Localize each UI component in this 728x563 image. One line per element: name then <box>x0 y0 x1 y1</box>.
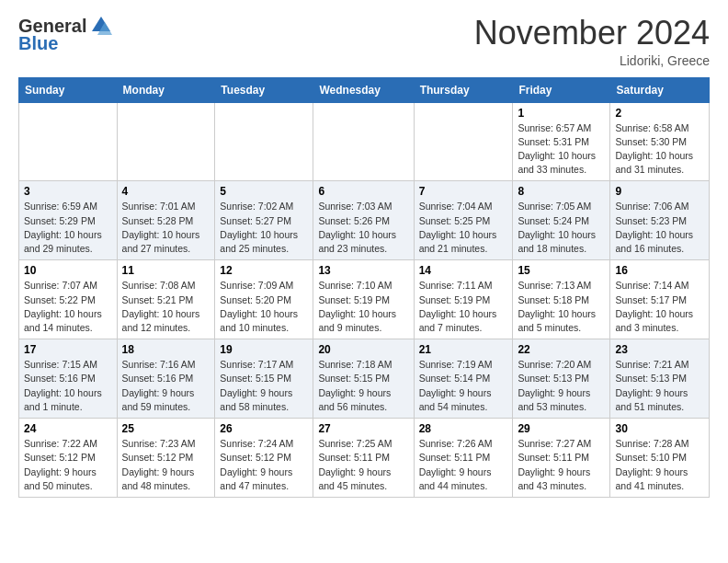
calendar-cell-0-3 <box>313 102 414 181</box>
day-info: Sunrise: 7:23 AMSunset: 5:12 PMDaylight:… <box>122 437 210 493</box>
page: General Blue November 2024 Lidoriki, Gre… <box>0 0 728 512</box>
calendar-cell-3-6: 23Sunrise: 7:21 AMSunset: 5:13 PMDayligh… <box>610 339 710 419</box>
day-number: 7 <box>419 185 508 198</box>
day-info: Sunrise: 7:09 AMSunset: 5:20 PMDaylight:… <box>220 279 308 335</box>
calendar-cell-0-1 <box>117 102 215 181</box>
calendar-cell-1-3: 6Sunrise: 7:03 AMSunset: 5:26 PMDaylight… <box>313 181 414 260</box>
header-thursday: Thursday <box>414 77 513 102</box>
day-info: Sunrise: 7:20 AMSunset: 5:13 PMDaylight:… <box>518 358 605 414</box>
day-number: 6 <box>318 185 408 198</box>
day-number: 13 <box>318 264 408 277</box>
header-tuesday: Tuesday <box>215 77 313 102</box>
logo-icon <box>90 15 112 37</box>
title-area: November 2024 Lidoriki, Greece <box>474 15 710 68</box>
calendar-cell-0-6: 2Sunrise: 6:58 AMSunset: 5:30 PMDaylight… <box>610 102 710 181</box>
day-number: 28 <box>419 422 508 435</box>
day-info: Sunrise: 7:11 AMSunset: 5:19 PMDaylight:… <box>419 279 508 335</box>
calendar-cell-3-2: 19Sunrise: 7:17 AMSunset: 5:15 PMDayligh… <box>215 339 313 419</box>
day-info: Sunrise: 7:01 AMSunset: 5:28 PMDaylight:… <box>122 200 210 256</box>
calendar-cell-4-6: 30Sunrise: 7:28 AMSunset: 5:10 PMDayligh… <box>610 419 710 498</box>
day-number: 9 <box>615 185 704 198</box>
calendar-row-4: 24Sunrise: 7:22 AMSunset: 5:12 PMDayligh… <box>19 419 710 498</box>
day-number: 24 <box>24 422 112 435</box>
logo-area: General Blue <box>18 15 112 54</box>
day-number: 12 <box>220 264 308 277</box>
day-info: Sunrise: 7:25 AMSunset: 5:11 PMDaylight:… <box>318 437 408 493</box>
calendar-cell-4-1: 25Sunrise: 7:23 AMSunset: 5:12 PMDayligh… <box>117 419 215 498</box>
calendar-table: Sunday Monday Tuesday Wednesday Thursday… <box>18 77 710 498</box>
calendar-cell-4-5: 29Sunrise: 7:27 AMSunset: 5:11 PMDayligh… <box>513 419 610 498</box>
calendar-cell-2-2: 12Sunrise: 7:09 AMSunset: 5:20 PMDayligh… <box>215 260 313 339</box>
calendar-cell-1-5: 8Sunrise: 7:05 AMSunset: 5:24 PMDaylight… <box>513 181 610 260</box>
day-info: Sunrise: 6:57 AMSunset: 5:31 PMDaylight:… <box>518 121 605 178</box>
day-info: Sunrise: 7:04 AMSunset: 5:25 PMDaylight:… <box>419 200 508 256</box>
day-info: Sunrise: 7:02 AMSunset: 5:27 PMDaylight:… <box>220 200 308 256</box>
calendar-cell-1-6: 9Sunrise: 7:06 AMSunset: 5:23 PMDaylight… <box>610 181 710 260</box>
day-info: Sunrise: 7:21 AMSunset: 5:13 PMDaylight:… <box>615 358 704 414</box>
calendar-cell-0-5: 1Sunrise: 6:57 AMSunset: 5:31 PMDaylight… <box>513 102 610 181</box>
day-info: Sunrise: 7:22 AMSunset: 5:12 PMDaylight:… <box>24 437 112 493</box>
calendar-cell-3-5: 22Sunrise: 7:20 AMSunset: 5:13 PMDayligh… <box>513 339 610 419</box>
location: Lidoriki, Greece <box>474 53 710 68</box>
header-sunday: Sunday <box>19 77 118 102</box>
calendar-cell-3-1: 18Sunrise: 7:16 AMSunset: 5:16 PMDayligh… <box>117 339 215 419</box>
calendar-cell-4-4: 28Sunrise: 7:26 AMSunset: 5:11 PMDayligh… <box>414 419 513 498</box>
day-info: Sunrise: 7:07 AMSunset: 5:22 PMDaylight:… <box>24 279 112 335</box>
day-info: Sunrise: 7:13 AMSunset: 5:18 PMDaylight:… <box>518 279 605 335</box>
day-number: 22 <box>518 343 605 356</box>
calendar-cell-1-4: 7Sunrise: 7:04 AMSunset: 5:25 PMDaylight… <box>414 181 513 260</box>
calendar-cell-2-1: 11Sunrise: 7:08 AMSunset: 5:21 PMDayligh… <box>117 260 215 339</box>
calendar-cell-2-0: 10Sunrise: 7:07 AMSunset: 5:22 PMDayligh… <box>19 260 118 339</box>
day-info: Sunrise: 7:19 AMSunset: 5:14 PMDaylight:… <box>419 358 508 414</box>
day-info: Sunrise: 7:17 AMSunset: 5:15 PMDaylight:… <box>220 358 308 414</box>
day-info: Sunrise: 7:24 AMSunset: 5:12 PMDaylight:… <box>220 437 308 493</box>
day-info: Sunrise: 7:14 AMSunset: 5:17 PMDaylight:… <box>615 279 704 335</box>
calendar-cell-4-3: 27Sunrise: 7:25 AMSunset: 5:11 PMDayligh… <box>313 419 414 498</box>
day-number: 20 <box>318 343 408 356</box>
day-number: 27 <box>318 422 408 435</box>
day-info: Sunrise: 7:28 AMSunset: 5:10 PMDaylight:… <box>615 437 704 493</box>
calendar-row-3: 17Sunrise: 7:15 AMSunset: 5:16 PMDayligh… <box>19 339 710 419</box>
calendar-cell-0-4 <box>414 102 513 181</box>
weekday-header-row: Sunday Monday Tuesday Wednesday Thursday… <box>19 77 710 102</box>
calendar-row-0: 1Sunrise: 6:57 AMSunset: 5:31 PMDaylight… <box>19 102 710 181</box>
day-number: 2 <box>615 107 704 120</box>
day-info: Sunrise: 7:26 AMSunset: 5:11 PMDaylight:… <box>419 437 508 493</box>
day-number: 11 <box>122 264 210 277</box>
day-number: 29 <box>518 422 605 435</box>
calendar-cell-4-0: 24Sunrise: 7:22 AMSunset: 5:12 PMDayligh… <box>19 419 118 498</box>
header-saturday: Saturday <box>610 77 710 102</box>
day-number: 5 <box>220 185 308 198</box>
calendar-cell-3-3: 20Sunrise: 7:18 AMSunset: 5:15 PMDayligh… <box>313 339 414 419</box>
day-number: 17 <box>24 343 112 356</box>
calendar-cell-3-0: 17Sunrise: 7:15 AMSunset: 5:16 PMDayligh… <box>19 339 118 419</box>
calendar-cell-0-2 <box>215 102 313 181</box>
day-number: 23 <box>615 343 704 356</box>
calendar-cell-1-2: 5Sunrise: 7:02 AMSunset: 5:27 PMDaylight… <box>215 181 313 260</box>
logo-blue-text: Blue <box>18 33 58 54</box>
day-number: 3 <box>24 185 112 198</box>
day-info: Sunrise: 7:18 AMSunset: 5:15 PMDaylight:… <box>318 358 408 414</box>
day-number: 18 <box>122 343 210 356</box>
day-number: 25 <box>122 422 210 435</box>
calendar-cell-0-0 <box>19 102 118 181</box>
calendar-row-1: 3Sunrise: 6:59 AMSunset: 5:29 PMDaylight… <box>19 181 710 260</box>
day-info: Sunrise: 7:16 AMSunset: 5:16 PMDaylight:… <box>122 358 210 414</box>
day-info: Sunrise: 6:59 AMSunset: 5:29 PMDaylight:… <box>24 200 112 256</box>
day-number: 1 <box>518 107 605 120</box>
day-info: Sunrise: 7:03 AMSunset: 5:26 PMDaylight:… <box>318 200 408 256</box>
day-info: Sunrise: 7:10 AMSunset: 5:19 PMDaylight:… <box>318 279 408 335</box>
calendar-cell-2-5: 15Sunrise: 7:13 AMSunset: 5:18 PMDayligh… <box>513 260 610 339</box>
calendar-cell-4-2: 26Sunrise: 7:24 AMSunset: 5:12 PMDayligh… <box>215 419 313 498</box>
day-number: 26 <box>220 422 308 435</box>
calendar-cell-2-4: 14Sunrise: 7:11 AMSunset: 5:19 PMDayligh… <box>414 260 513 339</box>
day-number: 8 <box>518 185 605 198</box>
day-number: 30 <box>615 422 704 435</box>
day-info: Sunrise: 7:27 AMSunset: 5:11 PMDaylight:… <box>518 437 605 493</box>
day-number: 10 <box>24 264 112 277</box>
day-info: Sunrise: 7:08 AMSunset: 5:21 PMDaylight:… <box>122 279 210 335</box>
day-info: Sunrise: 7:05 AMSunset: 5:24 PMDaylight:… <box>518 200 605 256</box>
day-number: 16 <box>615 264 704 277</box>
header-friday: Friday <box>513 77 610 102</box>
header: General Blue November 2024 Lidoriki, Gre… <box>18 15 710 68</box>
